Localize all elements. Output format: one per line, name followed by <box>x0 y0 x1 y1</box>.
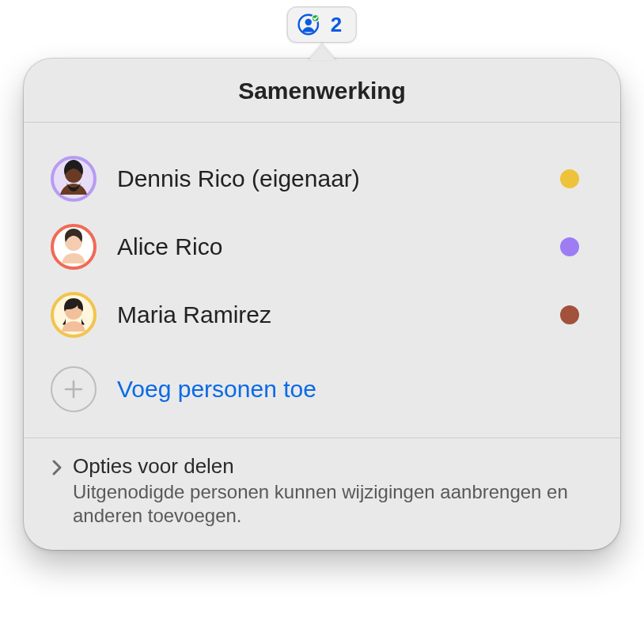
popover-title: Samenwerking <box>24 78 620 104</box>
chevron-right-icon <box>47 454 66 528</box>
collaboration-count: 2 <box>331 13 342 37</box>
participant-name: Dennis Rico (eigenaar) <box>117 165 540 192</box>
plus-circle-icon <box>51 366 97 412</box>
participant-row[interactable]: Maria Ramirez <box>51 281 593 349</box>
add-people-button[interactable]: Voeg personen toe <box>51 349 593 422</box>
sharing-options-row[interactable]: Opties voor delen Uitgenodigde personen … <box>24 438 620 550</box>
participants-section: Dennis Rico (eigenaar) Alice Rico <box>24 123 620 438</box>
presence-dot <box>560 237 579 256</box>
participant-name: Alice Rico <box>117 233 540 260</box>
participant-name: Maria Ramirez <box>117 301 540 328</box>
participant-row[interactable]: Alice Rico <box>51 213 593 281</box>
collaboration-toolbar-button[interactable]: 2 <box>287 6 357 43</box>
popover-header: Samenwerking <box>24 59 620 123</box>
person-badge-icon <box>297 13 320 36</box>
participant-row[interactable]: Dennis Rico (eigenaar) <box>51 145 593 213</box>
sharing-options-title: Opties voor delen <box>73 454 597 479</box>
avatar <box>51 292 97 338</box>
add-people-label: Voeg personen toe <box>117 376 316 403</box>
avatar <box>51 156 97 202</box>
popover-caret <box>308 44 336 61</box>
presence-dot <box>560 305 579 324</box>
avatar <box>51 224 97 270</box>
svg-point-1 <box>305 19 312 25</box>
sharing-options-subtitle: Uitgenodigde personen kunnen wijzigingen… <box>73 480 597 528</box>
presence-dot <box>560 169 579 188</box>
collaboration-popover: Samenwerking Dennis Rico (eigenaar) <box>24 59 620 550</box>
